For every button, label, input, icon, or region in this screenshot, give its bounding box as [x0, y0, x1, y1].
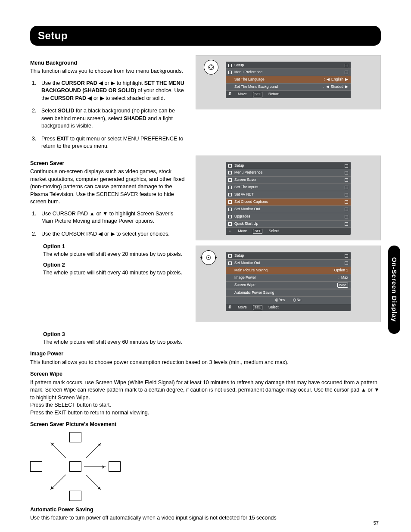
osd-row-highlighted: Set Closed Captions: [226, 198, 351, 205]
list-item: Use CURSOR PAD ▲ or ▼ to highlight Scree…: [38, 210, 185, 225]
list-item: Use the CURSOR PAD ◀ or ▶ to highlight S…: [38, 80, 185, 103]
menu-icon: [228, 164, 232, 168]
scroll-icon: [345, 164, 348, 168]
osd-menu: Setup Set Monitor Out Main Picture Movin…: [226, 252, 351, 311]
leftright-icon: ↔: [228, 229, 232, 234]
list-item: Use the CURSOR PAD ◀ or ▶ to select your…: [38, 230, 185, 238]
movement-diagram: [30, 432, 121, 501]
steps-list: Use CURSOR PAD ▲ or ▼ to highlight Scree…: [38, 210, 185, 238]
heading-screen-wipe: Screen Wipe: [30, 370, 381, 378]
radio-off-icon: [293, 299, 296, 302]
body-text: Press the EXIT button to return to norma…: [30, 409, 381, 417]
svg-point-2: [211, 68, 212, 69]
remote-icon: ◀ ▶: [201, 250, 216, 265]
updown-icon: ⇵: [228, 92, 232, 97]
svg-rect-6: [208, 257, 209, 258]
osd-panel-2: Setup Menu Preference Screen Saver Set T…: [196, 156, 381, 241]
heading-image-power: Image Power: [30, 350, 381, 358]
page-header: Setup: [30, 26, 381, 46]
triangle-right-icon: ▶: [215, 255, 217, 260]
option-block: Option 2The whole picture will shift eve…: [43, 261, 185, 277]
osd-row-highlighted: Main Picture Moving:Option 1: [226, 267, 351, 274]
body-text: Press the SELECT button to start.: [30, 401, 381, 409]
osd-menu: Setup Menu Preference Set The Language:◀…: [226, 62, 351, 98]
body-text: Continuous on-screen displays such as vi…: [30, 168, 185, 206]
heading-menu-background: Menu Background: [30, 59, 185, 67]
sel-button-icon: SEL: [253, 229, 262, 234]
scroll-icon: [345, 64, 348, 67]
osd-menu: Setup Menu Preference Screen Saver Set T…: [226, 162, 351, 235]
triangle-left-icon: ◀: [200, 255, 202, 260]
osd-panel-1: Setup Menu Preference Set The Language:◀…: [196, 55, 381, 109]
page-title: Setup: [38, 28, 373, 43]
svg-point-3: [209, 66, 210, 67]
remote-icon: [204, 60, 218, 75]
list-item: Press EXIT to quit menu or select MENU P…: [38, 135, 185, 150]
section-tab: On-Screen Display: [388, 246, 400, 334]
sel-button-icon: SEL: [253, 92, 262, 97]
page-number: 57: [374, 520, 379, 526]
sel-button-icon: SEL: [253, 305, 262, 311]
body-text: If pattern mark occurs, use Screen Wipe …: [30, 379, 381, 402]
osd-panel-3: ◀ ▶ Setup Set Monitor Out Main Picture M…: [196, 246, 381, 322]
option-block: Option 1The whole picture will shift eve…: [43, 243, 185, 258]
menu-icon: [228, 71, 232, 74]
heading-aps: Automatic Power Saving: [30, 506, 381, 514]
steps-list: Use the CURSOR PAD ◀ or ▶ to highlight S…: [38, 80, 185, 150]
heading-movement: Screen Saver Picture's Movement: [30, 421, 381, 429]
wipe-button: Wipe: [337, 283, 348, 288]
scroll-icon: [345, 71, 348, 74]
menu-icon: [228, 254, 232, 258]
body-text: Use this feature to turn power off autom…: [30, 514, 381, 522]
body-text: This function allows you to choose from …: [30, 68, 185, 75]
radio-on-icon: [275, 299, 278, 302]
body-text: This function allows you to choose power…: [30, 359, 381, 367]
svg-point-1: [211, 65, 212, 65]
menu-icon: [228, 64, 232, 67]
svg-point-4: [212, 66, 213, 67]
scroll-icon: [345, 254, 348, 258]
osd-row-highlighted: Set The Language:◀English▶: [226, 76, 351, 83]
updown-icon: ⇵: [228, 305, 232, 310]
heading-screen-saver: Screen Saver: [30, 160, 185, 168]
option-block: Option 3The whole picture will shift eve…: [43, 331, 381, 346]
list-item: Select SOLID for a black background (no …: [38, 107, 185, 130]
